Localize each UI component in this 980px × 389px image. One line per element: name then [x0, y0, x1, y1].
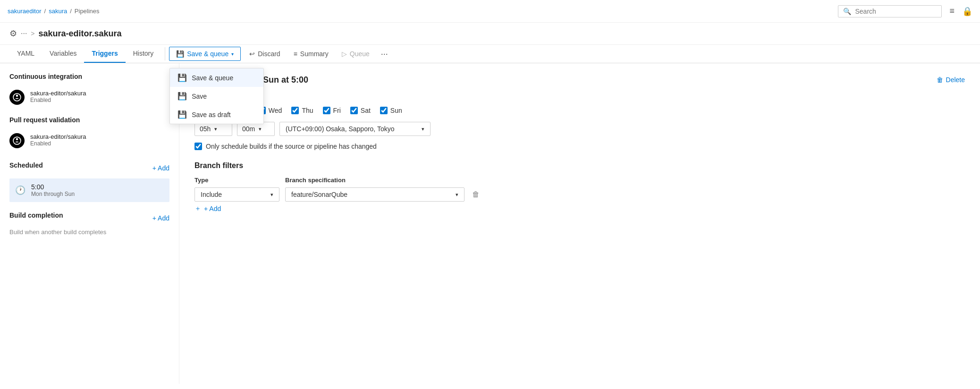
- pr-section: Pull request validation sakura-editor/sa…: [9, 116, 169, 152]
- pr-trigger-info: sakura-editor/sakura Enabled: [30, 133, 86, 147]
- list-icon[interactable]: ≡: [949, 6, 955, 16]
- summary-button[interactable]: ≡ Summary: [289, 47, 333, 60]
- type-chevron-icon: ▾: [270, 192, 273, 198]
- queue-icon: ▷: [342, 50, 347, 58]
- spec-select[interactable]: feature/SonarQube ▾: [285, 187, 465, 202]
- filter-headers: Type Branch specification: [194, 177, 965, 184]
- svg-point-0: [16, 94, 18, 97]
- source-changed-label: Only schedule builds if the source or pi…: [206, 143, 377, 150]
- topbar: sakuraeditor / sakura / Pipelines 🔍 ≡ 🔒: [0, 0, 980, 23]
- day-sun-checkbox[interactable]: [380, 107, 388, 114]
- add-filter-icon: ＋: [194, 204, 201, 213]
- add-filter-button[interactable]: ＋ + Add: [194, 202, 221, 216]
- scheduled-title: Scheduled: [9, 161, 43, 169]
- ci-trigger-info: sakura-editor/sakura Enabled: [30, 90, 86, 103]
- minute-chevron-icon: ▾: [259, 126, 262, 132]
- delete-icon: 🗑: [937, 76, 943, 84]
- topbar-right: 🔍 ≡ 🔒: [838, 5, 972, 17]
- pr-status: Enabled: [30, 140, 86, 147]
- tab-triggers[interactable]: Triggers: [84, 45, 125, 63]
- ci-repo-icon: [9, 90, 25, 105]
- day-sat[interactable]: Sat: [350, 107, 371, 114]
- day-fri[interactable]: Fri: [323, 107, 341, 114]
- discard-button[interactable]: ↩ Discard: [245, 47, 285, 60]
- page-breadcrumb: ⚙ ··· > sakura-editor.sakura: [0, 23, 980, 45]
- summary-icon: ≡: [294, 50, 297, 58]
- day-sun[interactable]: Sun: [380, 107, 402, 114]
- search-input[interactable]: [855, 8, 937, 15]
- pr-title: Pull request validation: [9, 116, 169, 124]
- days-checkboxes: Mon Tue Wed Thu Fri Sat: [194, 107, 965, 114]
- sched-days: Mon through Sun: [31, 191, 75, 197]
- breadcrumb-chevron-icon: >: [31, 30, 34, 37]
- main-content: Continuous integration sakura-editor/sak…: [0, 63, 980, 384]
- dropdown-save-queue[interactable]: 💾 Save & queue: [170, 68, 263, 87]
- project-icon: ⚙: [9, 28, 17, 39]
- branch-filters-title: Branch filters: [194, 161, 965, 170]
- tab-divider: [165, 47, 165, 60]
- tab-yaml[interactable]: YAML: [9, 45, 42, 63]
- breadcrumb-sakuraeditor[interactable]: sakuraeditor: [8, 8, 42, 15]
- day-thu-checkbox[interactable]: [291, 107, 299, 114]
- pr-trigger-item: sakura-editor/sakura Enabled: [9, 129, 169, 152]
- source-changed-checkbox[interactable]: [194, 143, 202, 150]
- build-completion-desc: Build when another build completes: [9, 228, 169, 236]
- pr-repo-name: sakura-editor/sakura: [30, 133, 86, 140]
- filter-controls: Include ▾ feature/SonarQube ▾ 🗑: [194, 187, 965, 202]
- filter-delete-button[interactable]: 🗑: [470, 188, 482, 201]
- build-completion-add-button[interactable]: + Add: [152, 214, 169, 222]
- user-icon[interactable]: 🔒: [962, 6, 972, 17]
- dropdown-save-draft[interactable]: 💾 Save as draft: [170, 105, 263, 124]
- search-icon: 🔍: [843, 8, 851, 15]
- breadcrumb-more[interactable]: ···: [21, 29, 27, 38]
- timezone-select[interactable]: (UTC+09:00) Osaka, Sapporo, Tokyo ▾: [279, 122, 431, 136]
- delete-button[interactable]: 🗑 Delete: [937, 76, 965, 84]
- clock-icon: 🕐: [15, 185, 25, 195]
- more-options-button[interactable]: ···: [378, 46, 391, 62]
- svg-point-2: [16, 138, 18, 140]
- tabs-row: YAML Variables Triggers History 💾 Save &…: [0, 45, 980, 63]
- left-panel: Continuous integration sakura-editor/sak…: [0, 63, 179, 384]
- ci-trigger-item: sakura-editor/sakura Enabled: [9, 86, 169, 109]
- right-panel: 🕐 Mon through Sun at 5:00 🗑 Delete When …: [179, 63, 980, 384]
- spec-column-header: Branch specification: [285, 177, 465, 184]
- save-queue-button[interactable]: 💾 Save & queue ▾ 💾 Save & queue 💾 Save 💾…: [169, 47, 241, 61]
- source-changed-row: Only schedule builds if the source or pi…: [194, 143, 965, 150]
- queue-button[interactable]: ▷ Queue: [337, 47, 374, 60]
- tab-history[interactable]: History: [126, 45, 161, 63]
- breadcrumb-sakura[interactable]: sakura: [49, 8, 67, 15]
- day-sat-checkbox[interactable]: [350, 107, 358, 114]
- day-fri-checkbox[interactable]: [323, 107, 330, 114]
- timezone-chevron-icon: ▾: [422, 126, 424, 132]
- ci-repo-name: sakura-editor/sakura: [30, 90, 86, 97]
- save-queue-icon: 💾: [177, 73, 187, 82]
- build-completion-section: Build completion + Add Build when anothe…: [9, 211, 169, 236]
- build-completion-title: Build completion: [9, 211, 63, 219]
- time-row: 05h ▾ 00m ▾ (UTC+09:00) Osaka, Sapporo, …: [194, 122, 965, 136]
- scheduled-add-button[interactable]: + Add: [152, 164, 169, 172]
- dropdown-save[interactable]: 💾 Save: [170, 87, 263, 105]
- when-to-build-label: When to build: [194, 94, 965, 102]
- ci-section: Continuous integration sakura-editor/sak…: [9, 73, 169, 109]
- save-icon: 💾: [176, 50, 184, 58]
- hour-chevron-icon: ▾: [214, 126, 217, 132]
- branch-filters-section: Branch filters Type Branch specification…: [194, 161, 965, 216]
- search-box[interactable]: 🔍: [838, 5, 942, 17]
- scheduled-section: Scheduled + Add 🕐 5:00 Mon through Sun: [9, 161, 169, 202]
- save-only-icon: 💾: [177, 92, 187, 101]
- day-thu[interactable]: Thu: [291, 107, 313, 114]
- toolbar-buttons: 💾 Save & queue ▾ 💾 Save & queue 💾 Save 💾…: [169, 46, 391, 62]
- scheduled-item[interactable]: 🕐 5:00 Mon through Sun: [9, 178, 169, 202]
- type-column-header: Type: [194, 177, 279, 184]
- page-title: sakura-editor.sakura: [39, 29, 122, 39]
- breadcrumb-pipelines: Pipelines: [75, 8, 100, 15]
- chevron-down-icon: ▾: [231, 51, 234, 57]
- schedule-header: 🕐 Mon through Sun at 5:00 🗑 Delete: [194, 75, 965, 85]
- sched-time: 5:00: [31, 183, 75, 191]
- spec-chevron-icon: ▾: [456, 192, 458, 198]
- tab-variables[interactable]: Variables: [42, 45, 84, 63]
- ci-title: Continuous integration: [9, 73, 169, 80]
- type-select[interactable]: Include ▾: [194, 187, 279, 202]
- save-dropdown-menu: 💾 Save & queue 💾 Save 💾 Save as draft: [169, 68, 264, 124]
- discard-icon: ↩: [249, 50, 255, 58]
